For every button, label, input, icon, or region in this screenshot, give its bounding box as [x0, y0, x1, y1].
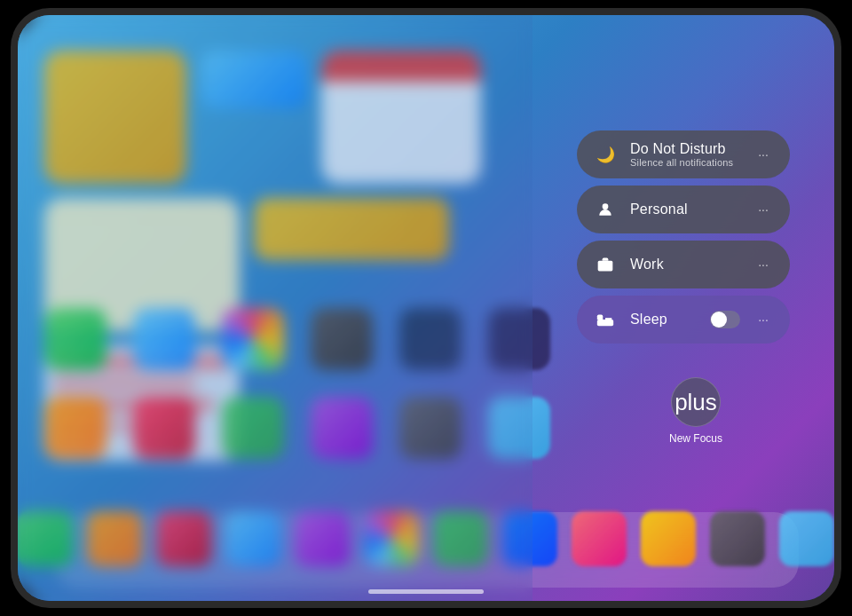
dock-icon-9[interactable] [572, 511, 627, 566]
sleep-more-button[interactable]: ··· [751, 307, 776, 332]
briefcase-icon [591, 250, 619, 279]
blur-overlay [18, 15, 532, 601]
personal-more-button[interactable]: ··· [751, 197, 776, 222]
focus-menu: 🌙 Do Not Disturb Silence all notificatio… [577, 130, 790, 344]
focus-item-personal[interactable]: Personal ··· [577, 186, 790, 233]
sleep-toggle-knob [711, 312, 727, 328]
work-more-button[interactable]: ··· [751, 252, 776, 277]
moon-icon: 🌙 [591, 140, 619, 169]
focus-item-work[interactable]: Work ··· [577, 241, 790, 288]
bed-icon [591, 305, 619, 334]
svg-rect-1 [598, 261, 613, 272]
svg-rect-3 [597, 320, 613, 326]
dock-icon-10[interactable] [641, 511, 696, 566]
work-label: Work [630, 257, 740, 272]
sleep-title: Sleep [630, 312, 667, 327]
personal-label: Personal [630, 201, 740, 217]
person-icon [591, 195, 619, 224]
svg-point-0 [603, 203, 609, 209]
work-title: Work [630, 257, 664, 272]
plus-icon: plus [674, 389, 717, 416]
personal-title: Personal [630, 201, 688, 217]
new-focus-area[interactable]: plus New Focus [669, 377, 722, 445]
new-focus-button[interactable]: plus [671, 377, 721, 427]
do-not-disturb-sublabel: Silence all notifications [630, 157, 740, 168]
sleep-label: Sleep [630, 312, 699, 328]
focus-item-sleep[interactable]: Sleep ··· [577, 296, 790, 344]
dock-icon-11[interactable] [710, 511, 765, 566]
new-focus-label: New Focus [669, 432, 722, 445]
home-indicator[interactable] [368, 589, 484, 594]
do-not-disturb-label: Do Not Disturb Silence all notifications [630, 141, 740, 168]
do-not-disturb-title: Do Not Disturb [630, 141, 726, 156]
ipad-frame: 🌙 Do Not Disturb Silence all notificatio… [18, 15, 834, 601]
do-not-disturb-more-button[interactable]: ··· [751, 142, 776, 167]
sleep-toggle[interactable] [710, 311, 740, 328]
focus-item-do-not-disturb[interactable]: 🌙 Do Not Disturb Silence all notificatio… [577, 130, 790, 178]
dock-icon-12[interactable] [779, 511, 834, 566]
